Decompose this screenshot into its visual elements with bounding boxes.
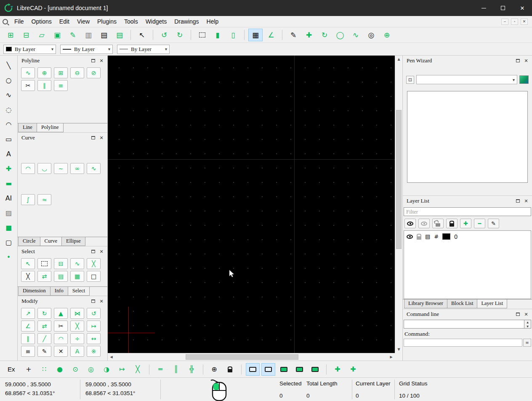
arc-tangent-button[interactable]: ∼ [54, 163, 68, 174]
arc-3-points-button[interactable]: ◡ [37, 163, 51, 174]
invert-selection-button[interactable]: ⇄ [37, 271, 51, 282]
scale-button[interactable]: ▲ [54, 308, 68, 319]
layer-visible-icon[interactable] [407, 235, 413, 239]
menu-view[interactable]: View [73, 17, 93, 26]
create-from-segments-button[interactable]: ≡ [54, 80, 68, 91]
restrict-vertical-button[interactable]: ║ [169, 363, 183, 376]
tab-layer-list[interactable]: Layer List [477, 299, 507, 308]
float-dock-button[interactable] [513, 57, 522, 64]
add-node-button[interactable]: ⊕ [37, 67, 51, 78]
text-tools-button[interactable]: A [3, 148, 15, 160]
dock-area-right-toggle[interactable] [261, 363, 275, 376]
vertical-scroll-track[interactable] [395, 63, 402, 346]
layer-list[interactable]: ▤ # 0 [404, 230, 531, 299]
properties-button[interactable]: ≡ [21, 346, 35, 357]
trim-segments-button[interactable]: ✂ [21, 80, 35, 91]
layer-lock-icon[interactable] [417, 236, 421, 240]
point-button[interactable]: • [3, 251, 15, 263]
lengthen-button[interactable]: ↦ [87, 321, 101, 331]
zoom-in-button[interactable]: ◎ [364, 29, 378, 41]
zoom-panel-button[interactable]: ▯ [226, 29, 240, 41]
rotate-button[interactable]: ↻ [37, 308, 51, 319]
menu-options[interactable]: Options [28, 17, 56, 26]
pen-wizard-options-button[interactable]: ⊡ [406, 76, 414, 84]
mdi-restore-button[interactable]: ▫ [511, 19, 518, 25]
save-as-button[interactable]: ✎ [66, 29, 80, 41]
dock-area-top-toggle[interactable] [277, 363, 291, 376]
tab-circle[interactable]: Circle [18, 237, 40, 246]
create-polyline-button[interactable]: ∿ [21, 67, 35, 78]
rotate-two-button[interactable]: ∠ [21, 321, 35, 331]
add-layer-button[interactable]: ✚ [460, 219, 471, 228]
menu-help[interactable]: Help [203, 17, 223, 26]
scroll-up-arrow[interactable]: ▲ [395, 56, 402, 63]
close-dock-button[interactable]: ✕ [522, 57, 530, 64]
tab-curve[interactable]: Curve [40, 237, 62, 246]
spline-tools-button[interactable]: ∿ [3, 89, 15, 101]
select-all-button[interactable]: ▦ [70, 271, 84, 282]
block-button[interactable]: ▢ [3, 237, 15, 248]
open-button[interactable]: ▱ [35, 29, 49, 41]
pen-wizard-list[interactable] [407, 91, 528, 183]
print-preview-button[interactable]: ▤ [112, 29, 127, 41]
deselect-window-button[interactable]: ⊟ [54, 258, 68, 269]
close-button[interactable]: ✕ [513, 0, 532, 16]
close-dock-button[interactable]: ✕ [97, 57, 106, 64]
layer-construction-icon[interactable]: # [434, 234, 439, 239]
canvas-vertical-scrollbar[interactable]: ▲ ▼ [395, 56, 402, 353]
scroll-down-arrow[interactable]: ▼ [395, 346, 402, 353]
tab-block-list[interactable]: Block List [447, 299, 477, 308]
toggle-widget-right-button[interactable]: ✚ [346, 363, 360, 376]
close-dock-button[interactable]: ✕ [522, 197, 530, 205]
close-dock-button[interactable]: ✕ [522, 310, 530, 318]
layer-filter-input[interactable] [404, 207, 531, 216]
command-history-input[interactable] [404, 320, 524, 329]
snap-intersection-button[interactable]: ╳ [131, 363, 145, 376]
deselect-intersected-button[interactable]: ╳ [21, 271, 35, 282]
select-window-button[interactable] [37, 258, 51, 269]
circle-tools-button[interactable]: ○ [3, 75, 15, 86]
float-dock-button[interactable] [513, 197, 522, 205]
hide-all-layers-button[interactable] [418, 219, 430, 228]
snap-on-entity-button[interactable]: ⊙ [69, 363, 82, 376]
float-dock-button[interactable] [513, 310, 522, 318]
set-relative-zero-button[interactable]: ⊕ [207, 363, 221, 376]
undo-button[interactable]: ↺ [157, 29, 171, 41]
lock-relative-zero-button[interactable] [223, 363, 237, 376]
zoom-redraw-button[interactable]: ↻ [317, 29, 332, 41]
modify-layer-button[interactable]: ✎ [488, 219, 499, 228]
trim-button[interactable]: ✂ [54, 321, 68, 331]
pen-wizard-favorites-select[interactable]: ▾ [416, 75, 517, 84]
move-copy-button[interactable]: ↗ [21, 308, 35, 319]
print-button[interactable]: ▤ [97, 29, 111, 41]
drawing-canvas[interactable] [108, 56, 395, 353]
grid-toggle-button[interactable]: ▦ [248, 29, 263, 41]
explode-button[interactable]: ※ [87, 346, 101, 357]
mdi-minimize-button[interactable]: – [501, 19, 508, 25]
lock-all-layers-button[interactable] [446, 219, 458, 228]
dock-area-bottom-toggle[interactable] [293, 363, 306, 376]
arc-center-point-button[interactable]: ◠ [21, 163, 35, 174]
restrict-orthogonal-button[interactable]: ╬ [185, 363, 199, 376]
tab-ellipse[interactable]: Ellipse [61, 237, 85, 246]
bevel-button[interactable]: ╱ [37, 333, 51, 344]
zoom-window-button[interactable]: ▮ [210, 29, 225, 41]
export-button[interactable]: ▥ [81, 29, 96, 41]
select-layer-button[interactable]: ▤ [54, 271, 68, 282]
arc-tools-button[interactable]: ◠ [3, 119, 15, 130]
hatch-button[interactable]: ▨ [3, 207, 15, 219]
menu-tools[interactable]: Tools [120, 17, 142, 26]
command-options-button[interactable]: ≡ [523, 339, 531, 347]
tab-line[interactable]: Line [18, 123, 37, 132]
select-pointer-button[interactable]: ↖ [135, 29, 149, 41]
deselect-all-button[interactable]: □ [87, 271, 101, 282]
select-intersected-button[interactable]: ╳ [87, 258, 101, 269]
unlock-all-layers-button[interactable] [432, 219, 444, 228]
new-document-button[interactable]: ⊞ [3, 29, 18, 41]
tab-dimension[interactable]: Dimension [18, 287, 51, 296]
remove-layer-button[interactable]: ━ [474, 219, 485, 228]
ellipse-tools-button[interactable]: ◌ [3, 104, 15, 115]
zoom-previous-button[interactable]: ∿ [348, 29, 363, 41]
snap-free-button[interactable]: + [22, 363, 36, 376]
save-button[interactable]: ▣ [50, 29, 64, 41]
